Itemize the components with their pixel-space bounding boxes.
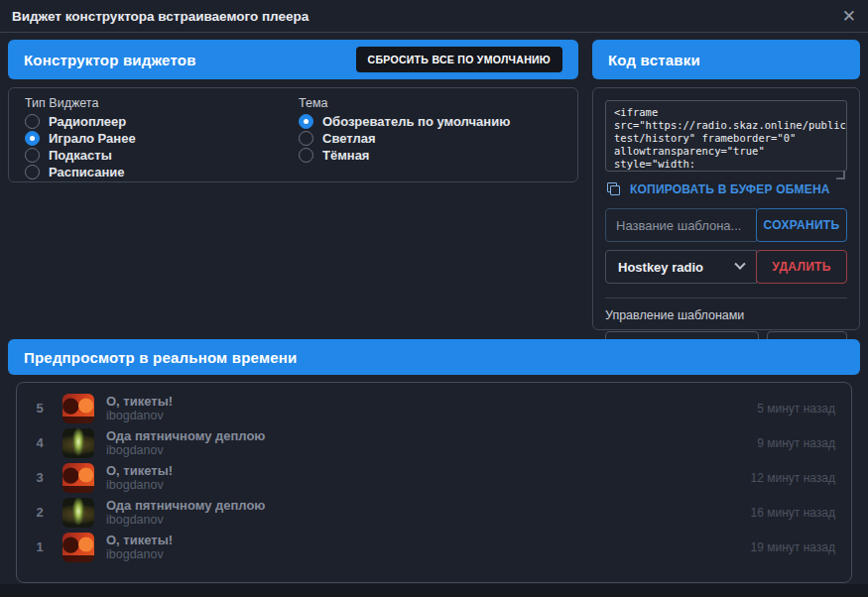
window-title: Виджет конструктора встраиваемого плеера xyxy=(12,9,309,24)
manage-templates-label: Управление шаблонами xyxy=(605,308,847,322)
radio-widget-type-podcasts[interactable]: Подкасты xyxy=(25,147,136,164)
track-title: Ода пятничному деплою xyxy=(106,428,265,443)
radio-icon xyxy=(25,165,40,179)
radio-icon xyxy=(25,148,40,163)
track-timestamp: 12 минут назад xyxy=(751,471,835,485)
live-preview-panel: Предпросмотр в реальном времени 5 О, тик… xyxy=(8,339,860,583)
radio-widget-type-played-earlier[interactable]: Играло Ранее xyxy=(25,130,136,147)
track-position: 3 xyxy=(17,470,62,485)
track-artist: ibogdanov xyxy=(106,547,173,561)
divider xyxy=(605,298,847,298)
close-icon[interactable]: ✕ xyxy=(842,8,856,25)
radio-selected-icon xyxy=(25,131,40,146)
constructor-panel-title: Конструктор виджетов xyxy=(24,52,196,68)
template-select-row: Hostkey radio УДАЛИТЬ xyxy=(605,250,847,284)
radio-widget-type-schedule[interactable]: Расписание xyxy=(25,164,136,180)
window-titlebar: Виджет конструктора встраиваемого плеера… xyxy=(0,0,868,33)
embed-panel-title: Код вставки xyxy=(608,52,700,68)
radio-theme-dark[interactable]: Тёмная xyxy=(299,147,510,164)
constructor-options-box: Тип Виджета Радиоплеер Играло Ранее Подк… xyxy=(8,87,578,182)
save-template-button[interactable]: СОХРАНИТЬ xyxy=(756,208,847,242)
track-title: О, тикеты! xyxy=(106,463,173,478)
track-timestamp: 16 минут назад xyxy=(751,506,835,520)
track-artist: ibogdanov xyxy=(106,513,265,527)
delete-template-button[interactable]: УДАЛИТЬ xyxy=(756,250,847,284)
embed-panel-box: <iframe src="https://radio.skaz.online/p… xyxy=(592,87,860,330)
theme-group: Тема Обозреватель по умолчанию Светлая Т… xyxy=(299,96,510,164)
album-art xyxy=(62,428,94,458)
album-art xyxy=(62,498,94,528)
track-row[interactable]: 1 О, тикеты! ibogdanov 19 минут назад xyxy=(17,530,851,564)
copy-icon xyxy=(607,182,621,196)
theme-label: Тема xyxy=(299,96,510,110)
album-art xyxy=(62,394,94,423)
radio-theme-light[interactable]: Светлая xyxy=(299,130,510,147)
track-title: Ода пятничному деплою xyxy=(106,498,265,513)
track-row[interactable]: 2 Ода пятничному деплою ibogdanov 16 мин… xyxy=(17,495,851,530)
page-bottom-edge xyxy=(0,584,868,597)
radio-theme-browser-default[interactable]: Обозреватель по умолчанию xyxy=(299,113,510,130)
track-row[interactable]: 3 О, тикеты! ibogdanov 12 минут назад xyxy=(17,460,851,495)
track-position: 2 xyxy=(17,505,62,520)
track-position: 5 xyxy=(17,401,62,416)
track-timestamp: 19 минут назад xyxy=(751,540,835,554)
track-position: 4 xyxy=(17,435,62,450)
track-title: О, тикеты! xyxy=(106,533,173,547)
radio-icon xyxy=(299,131,313,146)
track-title: О, тикеты! xyxy=(106,394,173,409)
track-timestamp: 9 минут назад xyxy=(757,436,835,450)
constructor-panel-header: Конструктор виджетов СБРОСИТЬ ВСЕ ПО УМО… xyxy=(8,40,578,79)
preview-panel-header: Предпросмотр в реальном времени xyxy=(8,339,860,375)
track-artist: ibogdanov xyxy=(106,478,173,492)
radio-widget-type-radioplayer[interactable]: Радиоплеер xyxy=(25,113,136,130)
template-select-value: Hostkey radio xyxy=(618,260,703,275)
reset-defaults-button[interactable]: СБРОСИТЬ ВСЕ ПО УМОЛЧАНИЮ xyxy=(356,47,562,72)
constructor-panel: Конструктор виджетов СБРОСИТЬ ВСЕ ПО УМО… xyxy=(8,40,578,182)
track-position: 1 xyxy=(17,539,62,554)
track-row[interactable]: 4 Ода пятничному деплою ibogdanov 9 мину… xyxy=(17,425,851,460)
track-row[interactable]: 5 О, тикеты! ibogdanov 5 минут назад xyxy=(17,391,851,425)
resize-handle-icon[interactable] xyxy=(836,171,845,179)
widget-type-label: Тип Виджета xyxy=(25,96,136,110)
track-artist: ibogdanov xyxy=(106,443,265,457)
copy-to-clipboard-button[interactable]: КОПИРОВАТЬ В БУФЕР ОБМЕНА xyxy=(605,182,847,196)
chevron-down-icon xyxy=(734,259,745,270)
radio-icon xyxy=(25,114,40,129)
embed-code-panel: Код вставки <iframe src="https://radio.s… xyxy=(592,40,860,330)
track-artist: ibogdanov xyxy=(106,409,173,422)
preview-track-list: 5 О, тикеты! ibogdanov 5 минут назад 4 О… xyxy=(16,382,852,583)
radio-selected-icon xyxy=(299,114,313,129)
preview-panel-title: Предпросмотр в реальном времени xyxy=(24,349,297,366)
embed-code-textarea[interactable]: <iframe src="https://radio.skaz.online/p… xyxy=(605,100,847,172)
album-art xyxy=(62,533,94,562)
template-save-row: СОХРАНИТЬ xyxy=(605,208,847,242)
template-name-input[interactable] xyxy=(605,208,757,242)
album-art xyxy=(62,463,94,493)
embed-panel-header: Код вставки xyxy=(592,40,860,79)
radio-icon xyxy=(299,148,313,163)
widget-type-group: Тип Виджета Радиоплеер Играло Ранее Подк… xyxy=(25,96,136,180)
track-timestamp: 5 минут назад xyxy=(757,402,835,416)
template-select[interactable]: Hostkey radio xyxy=(605,250,757,284)
